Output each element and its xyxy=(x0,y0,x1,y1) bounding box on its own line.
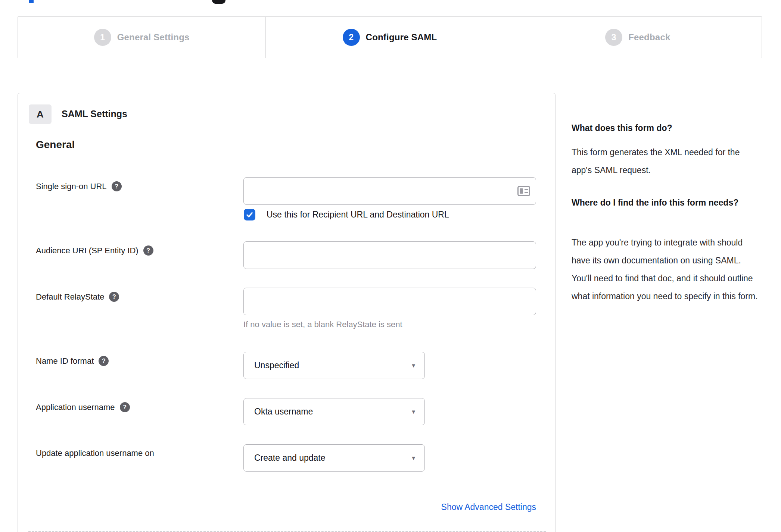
step-label: General Settings xyxy=(117,32,190,43)
section-a-badge: A xyxy=(29,104,52,124)
sidebar-answer-2: The app you're trying to integrate with … xyxy=(572,234,760,305)
clipped-blue-logo-fragment xyxy=(29,0,34,3)
relaystate-label-row: Default RelayState ? xyxy=(36,292,119,302)
clipped-dark-icon-fragment xyxy=(212,0,225,4)
saml-settings-panel: A SAML Settings General Single sign-on U… xyxy=(18,93,556,532)
relaystate-label: Default RelayState xyxy=(36,292,104,302)
sidebar-answer-1: This form generates the XML needed for t… xyxy=(572,143,760,179)
sso-url-label-row: Single sign-on URL ? xyxy=(36,181,122,191)
nameid-format-select[interactable]: Unspecified ▼ xyxy=(243,352,425,379)
sidebar-question-1: What does this form do? xyxy=(572,119,760,137)
update-username-label: Update application username on xyxy=(36,448,154,458)
update-username-label-row: Update application username on xyxy=(36,448,154,458)
step-number-badge: 2 xyxy=(343,29,360,46)
app-username-select[interactable]: Okta username ▼ xyxy=(243,398,425,425)
audience-uri-input[interactable] xyxy=(243,241,536,269)
nameid-format-label-row: Name ID format ? xyxy=(36,356,109,366)
step-label: Feedback xyxy=(628,32,670,43)
app-username-label-row: Application username ? xyxy=(36,402,130,412)
help-icon[interactable]: ? xyxy=(112,181,122,191)
chevron-down-icon: ▼ xyxy=(411,362,416,369)
help-icon[interactable]: ? xyxy=(143,245,153,256)
sso-url-input[interactable] xyxy=(243,177,536,205)
recipient-url-checkbox-label: Use this for Recipient URL and Destinati… xyxy=(267,210,449,220)
recipient-url-checkbox[interactable] xyxy=(244,209,255,220)
wizard-stepper: 1 General Settings 2 Configure SAML 3 Fe… xyxy=(18,16,762,58)
step-number-badge: 1 xyxy=(94,29,111,46)
app-username-label: Application username xyxy=(36,403,115,412)
chevron-down-icon: ▼ xyxy=(411,455,416,461)
step-number-badge: 3 xyxy=(605,29,622,46)
help-icon[interactable]: ? xyxy=(109,292,119,302)
help-icon[interactable]: ? xyxy=(99,356,109,366)
sidebar-question-2: Where do I find the info this form needs… xyxy=(572,194,760,212)
help-icon[interactable]: ? xyxy=(120,402,130,412)
nameid-format-value: Unspecified xyxy=(244,360,299,370)
insert-variable-card-icon xyxy=(517,186,530,196)
update-username-value: Create and update xyxy=(244,453,326,463)
chevron-down-icon: ▼ xyxy=(411,409,416,415)
app-username-value: Okta username xyxy=(244,407,313,417)
show-advanced-settings-link[interactable]: Show Advanced Settings xyxy=(243,502,536,512)
panel-title: SAML Settings xyxy=(62,109,127,119)
recipient-url-checkbox-row: Use this for Recipient URL and Destinati… xyxy=(244,209,449,220)
relaystate-hint: If no value is set, a blank RelayState i… xyxy=(243,320,402,329)
checkmark-icon xyxy=(246,211,253,219)
relaystate-input[interactable] xyxy=(243,288,536,315)
group-title-general: General xyxy=(36,139,75,151)
step-feedback[interactable]: 3 Feedback xyxy=(514,17,762,58)
audience-uri-label: Audience URI (SP Entity ID) xyxy=(36,246,139,256)
sso-url-label: Single sign-on URL xyxy=(36,182,107,191)
update-username-select[interactable]: Create and update ▼ xyxy=(243,444,425,472)
nameid-format-label: Name ID format xyxy=(36,356,94,366)
step-configure-saml[interactable]: 2 Configure SAML xyxy=(265,17,513,58)
configure-saml-page: 1 General Settings 2 Configure SAML 3 Fe… xyxy=(0,0,781,532)
step-general-settings[interactable]: 1 General Settings xyxy=(18,17,265,58)
step-label: Configure SAML xyxy=(366,32,437,43)
audience-uri-label-row: Audience URI (SP Entity ID) ? xyxy=(36,245,153,256)
